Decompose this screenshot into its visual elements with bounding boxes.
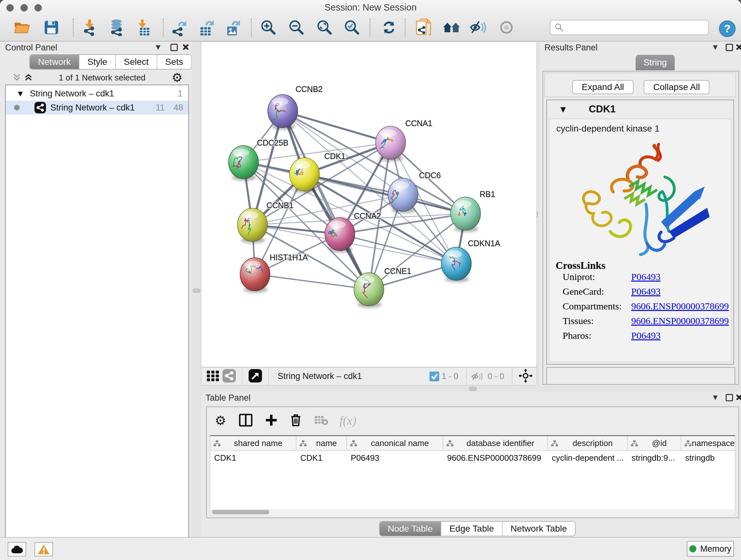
column-header-namespace[interactable]: namespace: [681, 436, 735, 450]
zoom-in-icon[interactable]: [259, 18, 278, 37]
column-type-icon: [631, 440, 638, 446]
node-label-CDC6: CDC6: [419, 171, 441, 180]
fit-selected-crosshair-icon[interactable]: [519, 369, 533, 384]
column-header-@id[interactable]: @id: [628, 436, 681, 450]
splitter-handle[interactable]: [193, 289, 200, 293]
export-network-icon[interactable]: [170, 18, 188, 37]
crosslink-row: Tissues:9606.ENSP00000378699: [556, 315, 729, 330]
table-row[interactable]: CDK1CDK1P064939606.ENSP00000378699cyclin…: [210, 451, 735, 465]
vertical-splitter-left[interactable]: [192, 42, 201, 537]
results-panel-close-icon[interactable]: [736, 44, 741, 51]
tree-expander-icon[interactable]: ▼: [18, 90, 23, 98]
network-node-RB1[interactable]: RB1: [451, 190, 495, 232]
column-header-canonical-name[interactable]: canonical name: [347, 436, 443, 450]
refresh-icon[interactable]: [380, 18, 398, 37]
search-input[interactable]: [566, 22, 708, 33]
network-edge[interactable]: [255, 274, 369, 289]
create-column-plus-icon[interactable]: [265, 414, 277, 427]
column-header-description[interactable]: description: [548, 436, 628, 450]
show-columns-icon[interactable]: [239, 414, 253, 428]
export-table-icon[interactable]: [197, 18, 216, 37]
network-node-HIST1H1A[interactable]: HIST1H1A: [240, 253, 308, 293]
eye-icon[interactable]: [497, 18, 516, 37]
table-panel-float-icon[interactable]: [726, 394, 733, 402]
tab-node-table[interactable]: Node Table: [380, 522, 441, 536]
function-builder-icon-disabled: f(x): [340, 414, 356, 428]
grid-view-icon[interactable]: [206, 369, 219, 383]
import-table-icon[interactable]: [134, 18, 152, 37]
network-node-CCNB2[interactable]: CCNB2: [268, 84, 323, 130]
network-edge[interactable]: [283, 111, 369, 289]
tab-style[interactable]: Style: [79, 55, 116, 69]
crosslink-link[interactable]: P06493: [631, 286, 661, 297]
zoom-fit-icon[interactable]: [315, 18, 334, 37]
crosslink-link[interactable]: P06493: [631, 271, 661, 282]
import-network-icon[interactable]: [80, 18, 99, 37]
network-node-CDC6[interactable]: CDC6: [388, 171, 441, 213]
selected-checkbox-icon[interactable]: [429, 372, 439, 381]
network-node-CDC25B[interactable]: CDC25B: [228, 138, 288, 181]
network-canvas[interactable]: CCNB2CCNA1CDC25BCDK1CDC6RB1CCNB1CCNA2CDK…: [201, 42, 537, 367]
network-list-box: 1 of 1 Network selected ⚙ ▼ String Netwo…: [5, 84, 189, 541]
network-node-CCNE1[interactable]: CCNE1: [354, 266, 411, 308]
control-panel-menu-caret[interactable]: ▼: [156, 44, 160, 51]
horizontal-splitter[interactable]: [201, 385, 741, 392]
tab-network-table[interactable]: Network Table: [502, 522, 575, 536]
network-node-CCNA2[interactable]: CCNA2: [325, 211, 381, 253]
crosslink-row: GeneCard:P06493: [556, 286, 729, 301]
network-list-options-gear-icon[interactable]: ⚙: [172, 71, 183, 84]
column-header-shared-name[interactable]: shared name: [210, 436, 296, 450]
expand-all-networks-icon[interactable]: [24, 73, 32, 82]
results-panel-menu-caret[interactable]: ▼: [713, 44, 718, 51]
share-document-icon[interactable]: [414, 18, 433, 37]
cloud-status-icon[interactable]: [8, 542, 26, 557]
gene-description: cyclin-dependent kinase 1: [556, 124, 660, 134]
export-image-icon[interactable]: [223, 18, 242, 37]
network-collection-row[interactable]: ▼ String Network – cdk1 1: [6, 86, 188, 101]
network-edge[interactable]: [283, 111, 391, 143]
tab-sets[interactable]: Sets: [157, 55, 191, 69]
zoom-selected-icon[interactable]: [343, 18, 361, 37]
collapse-all-button[interactable]: Collapse All: [644, 80, 710, 94]
birdseye-view-icon[interactable]: [249, 369, 262, 383]
tab-edge-table[interactable]: Edge Table: [441, 522, 502, 536]
scrollbar-thumb[interactable]: [212, 510, 269, 514]
network-row-selected[interactable]: String Network – cdk1 11 48: [6, 101, 188, 115]
import-network-from-database-icon[interactable]: [107, 18, 126, 37]
table-options-gear-icon[interactable]: ⚙: [215, 413, 226, 428]
gene-section-header[interactable]: ▼ CDK1: [547, 100, 733, 118]
table-panel-close-icon[interactable]: [736, 394, 741, 401]
network-node-CDKN1A[interactable]: CDKN1A: [441, 239, 500, 282]
tab-select[interactable]: Select: [116, 55, 157, 69]
warning-icon[interactable]: [35, 542, 53, 557]
tab-network[interactable]: Network: [30, 55, 79, 69]
results-panel-float-icon[interactable]: [726, 44, 733, 52]
open-session-icon[interactable]: [13, 18, 31, 37]
network-share-view-icon[interactable]: [222, 369, 236, 383]
splitter-handle[interactable]: [469, 387, 477, 391]
help-icon[interactable]: ?: [718, 19, 737, 38]
control-panel-float-icon[interactable]: [171, 44, 178, 52]
crosslink-link[interactable]: 9606.ENSP00000378699: [631, 301, 729, 312]
table-horizontal-scrollbar[interactable]: [210, 509, 735, 515]
network-row-label: String Network – cdk1: [51, 103, 135, 113]
collapse-all-networks-icon[interactable]: [13, 73, 21, 82]
home-networks-icon[interactable]: [442, 18, 461, 37]
column-header-database-identifier[interactable]: database identifier: [443, 436, 548, 450]
crosslink-row: Compartments:9606.ENSP00000378699: [556, 301, 729, 315]
crosslink-link[interactable]: P06493: [631, 330, 661, 341]
crosslink-link[interactable]: 9606.ENSP00000378699: [631, 315, 729, 326]
expand-all-button[interactable]: Expand All: [572, 80, 633, 94]
tab-string[interactable]: String: [636, 55, 675, 70]
control-panel-close-icon[interactable]: [183, 44, 189, 51]
gene-expander-icon[interactable]: ▼: [560, 105, 566, 113]
delete-column-trash-icon[interactable]: [290, 414, 301, 428]
network-node-CCNB1[interactable]: CCNB1: [238, 201, 293, 243]
memory-button[interactable]: Memory: [687, 541, 734, 557]
column-header-name[interactable]: name: [296, 436, 347, 450]
gene-name: CDK1: [589, 104, 616, 115]
hide-unhide-icon[interactable]: [469, 18, 488, 37]
zoom-out-icon[interactable]: [287, 18, 306, 37]
table-panel-menu-caret[interactable]: ▼: [713, 394, 718, 401]
save-session-icon[interactable]: [42, 18, 61, 37]
